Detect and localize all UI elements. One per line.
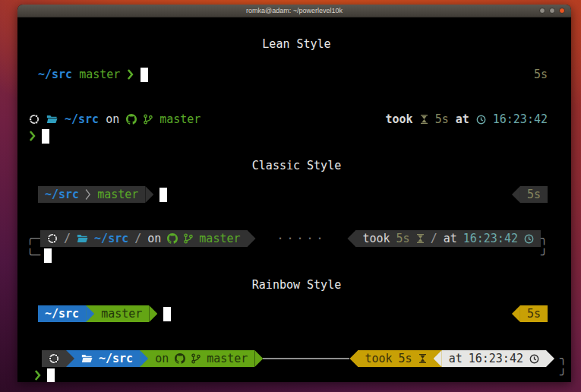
lean2-left: ~/src on master	[29, 112, 201, 126]
dir-label: ~/src	[65, 112, 99, 126]
duration-label: 5s	[435, 112, 449, 126]
took-label: took	[386, 112, 413, 126]
rainbow-duration-segment: 5s	[520, 305, 548, 322]
folder-icon	[46, 115, 58, 124]
classic-twoline-prompt-bottom: ╰─ ╯	[27, 247, 548, 264]
powerline-arrow-icon	[248, 230, 256, 247]
time-label: 16:23:42	[463, 232, 518, 245]
terminal-window: romka@adam: ~/powerlevel10k Lean Style ~…	[17, 5, 571, 382]
prompt-chevron-icon	[127, 68, 134, 81]
powerline-arrow-icon	[254, 350, 263, 367]
rainbow-twoline-prompt-top: ~/src on master took 5s at 16:23:42	[42, 350, 567, 367]
thin-separator-icon	[85, 188, 91, 201]
classic-duration-segment: 5s	[520, 186, 548, 203]
at-label: at	[449, 352, 463, 365]
rainbow-dir-segment: ~/src	[38, 305, 86, 322]
frame-corner-bottom-right: ╯	[560, 368, 567, 382]
dir-label: ~/src	[94, 232, 128, 245]
minimize-button[interactable]	[539, 8, 545, 14]
section-title-rainbow-text: Rainbow Style	[252, 278, 341, 292]
classic-oneline-prompt: ~/src master 5s	[38, 186, 567, 203]
lean-twoline-prompt-top: ~/src on master took 5s at 16:23:42	[29, 111, 567, 128]
terminal-screen[interactable]: Lean Style ~/src master 5s ~/src on mast…	[17, 17, 571, 382]
dir-label: ~/src	[45, 307, 79, 321]
section-title-lean: Lean Style	[27, 36, 567, 52]
close-button[interactable]	[559, 8, 565, 14]
github-icon	[167, 233, 178, 244]
on-label: on	[106, 112, 119, 126]
git-branch-icon	[144, 114, 153, 125]
time-label: 16:23:42	[493, 112, 548, 126]
on-label: on	[147, 232, 161, 245]
powerline-arrow-icon	[434, 350, 442, 367]
separator-slash: /	[64, 232, 71, 245]
section-title-classic: Classic Style	[27, 157, 567, 174]
connector-line	[263, 358, 349, 359]
cursor-block	[141, 68, 148, 82]
dir-label: ~/src	[45, 188, 79, 201]
on-label: on	[155, 352, 169, 365]
powerline-arrow-icon	[512, 186, 520, 203]
rainbow2-duration-segment: took 5s	[358, 350, 433, 367]
powerline-arrow-icon	[140, 350, 148, 367]
separator-slash: /	[134, 232, 141, 245]
rainbow2-time-segment: at 16:23:42	[442, 350, 546, 367]
powerline-arrow-icon	[349, 350, 358, 367]
hourglass-icon	[416, 233, 425, 244]
rainbow-oneline-prompt: ~/src master 5s	[38, 305, 567, 322]
github-icon	[126, 114, 137, 125]
powerline-arrow-icon	[66, 350, 74, 367]
time-label: 16:23:42	[469, 352, 523, 365]
rainbow-git-segment: master	[94, 305, 149, 322]
classic2-left-segment: / ~/src / on master	[40, 230, 247, 247]
classic2-right-segment: took 5s / at 16:23:42	[355, 230, 541, 247]
branch-label: master	[199, 232, 240, 245]
ubuntu-icon	[49, 353, 59, 364]
powerline-arrow-icon	[145, 186, 153, 203]
lean-right-prompt: 5s	[534, 68, 548, 81]
clock-icon	[476, 115, 486, 125]
cursor-block	[163, 307, 171, 321]
ubuntu-icon	[47, 233, 58, 244]
lean-twoline-prompt-bottom	[29, 128, 567, 144]
cursor-block	[47, 368, 55, 383]
powerline-arrow-icon	[86, 305, 94, 322]
github-icon	[175, 353, 185, 364]
section-title-lean-text: Lean Style	[262, 37, 330, 51]
duration-label: 5s	[534, 68, 548, 81]
window-title: romka@adam: ~/powerlevel10k	[246, 7, 343, 14]
window-controls	[539, 5, 565, 17]
section-title-classic-text: Classic Style	[252, 159, 341, 172]
prompt-chevron-icon	[34, 369, 41, 381]
rainbow2-git-segment: on master	[148, 350, 254, 367]
git-branch-icon	[191, 353, 201, 364]
took-label: took	[365, 352, 392, 365]
maximize-button[interactable]	[549, 8, 555, 14]
frame-corner-top-left: ╭─	[27, 232, 40, 245]
powerline-arrow-icon	[512, 305, 520, 322]
section-title-rainbow: Rainbow Style	[27, 277, 567, 293]
frame-corner-top-right: ╮	[560, 352, 567, 365]
clock-icon	[524, 234, 534, 244]
lean-left-prompt: ~/src master	[38, 68, 148, 82]
duration-label: 5s	[396, 232, 410, 245]
prompt-chevron-icon	[29, 130, 36, 142]
folder-icon	[77, 234, 88, 243]
dir-label: ~/src	[38, 68, 72, 81]
dir-label: ~/src	[99, 352, 133, 365]
rainbow-twoline-prompt-bottom: ╯	[34, 367, 567, 382]
ubuntu-icon	[29, 114, 39, 125]
frame-corner-bottom-left: ╰─	[27, 248, 40, 262]
classic-twoline-prompt-top: ╭─ / ~/src / on master ····· took 5s	[27, 230, 548, 247]
branch-label: master	[207, 352, 248, 365]
cursor-block	[44, 248, 52, 263]
clock-icon	[529, 354, 539, 364]
rainbow2-dir-segment: ~/src	[74, 350, 140, 367]
classic-left-segment: ~/src master	[38, 186, 145, 203]
titlebar[interactable]: romka@adam: ~/powerlevel10k	[17, 5, 571, 17]
git-branch-icon	[184, 233, 193, 244]
lean2-right: took 5s at 16:23:42	[386, 112, 548, 126]
at-label: at	[444, 232, 457, 245]
classic-right-prompt: 5s	[512, 186, 548, 203]
powerline-arrow-icon	[546, 350, 554, 367]
